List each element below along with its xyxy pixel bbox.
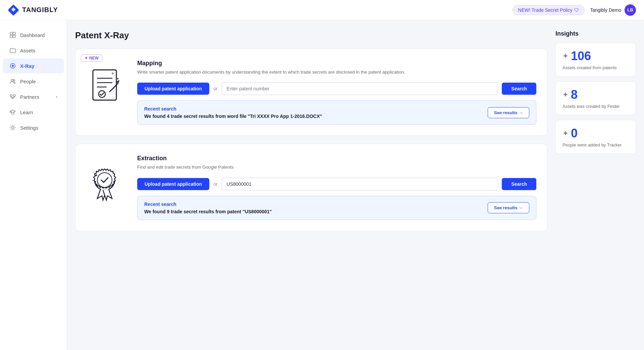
- extraction-recent-search: Recent search We found 9 trade secret re…: [137, 196, 536, 220]
- content-area: Patent X-Ray ✦ NEW: [75, 30, 547, 340]
- sidebar-label-partners: Partners: [20, 94, 39, 100]
- mapping-title: Mapping: [137, 60, 536, 67]
- sparkle-icon: ✦: [85, 56, 88, 60]
- mapping-or-text: or: [213, 86, 217, 91]
- chevron-right-icon: ›: [56, 94, 57, 99]
- partners-icon: [9, 93, 16, 100]
- user-name: Tangibly Demo: [590, 7, 621, 13]
- folder-icon: [9, 47, 16, 54]
- sidebar-label-people: People: [20, 79, 36, 84]
- topnav-right: NEW! Trade Secret Policy 🛡 Tangibly Demo…: [513, 4, 636, 16]
- svg-rect-4: [10, 35, 12, 38]
- extraction-recent-search-label: Recent search: [144, 202, 272, 207]
- sparkle-icon-0: ✦: [562, 52, 568, 60]
- extraction-description: Find and edit trade secrets from Google …: [137, 164, 536, 171]
- logo-icon: [8, 5, 19, 15]
- user-info: Tangibly Demo LB: [590, 4, 636, 16]
- extraction-body: Extraction Find and edit trade secrets f…: [137, 155, 536, 220]
- extraction-see-results-button[interactable]: See results →: [488, 202, 529, 213]
- insight-value-0: ✦ 106: [562, 49, 629, 63]
- svg-point-9: [13, 80, 15, 81]
- svg-rect-2: [10, 32, 12, 35]
- extraction-or-text: or: [213, 181, 217, 187]
- insight-card-2: ✦ 0 People were added by Tracker: [555, 120, 636, 154]
- new-badge: ✦ NEW: [81, 54, 102, 62]
- mapping-see-results-button[interactable]: See results →: [488, 107, 529, 118]
- sidebar-item-people[interactable]: People: [3, 74, 64, 89]
- people-icon: [9, 78, 16, 85]
- extraction-card: ✦ + + Extraction Find and edit trade sec…: [75, 144, 547, 231]
- svg-point-13: [12, 127, 14, 129]
- sidebar-label-dashboard: Dashboard: [20, 32, 45, 38]
- svg-point-8: [11, 79, 13, 81]
- logo-text: TANGIBLY: [22, 6, 58, 14]
- insight-value-2: ✦ 0: [562, 126, 629, 140]
- svg-point-12: [12, 97, 13, 99]
- mapping-recent-search-text: We found 4 trade secret results from wor…: [144, 114, 322, 119]
- mapping-description: Write smarter patent application documen…: [137, 69, 536, 76]
- extraction-action-row: Upload patent application or Search: [137, 178, 536, 190]
- insight-label-0: Assets created from patents: [562, 65, 629, 70]
- extraction-patent-input[interactable]: [222, 178, 498, 190]
- mapping-body: Mapping Write smarter patent application…: [137, 60, 536, 125]
- mapping-illustration: + ✦: [86, 67, 126, 110]
- insight-value-1: ✦ 8: [562, 88, 629, 102]
- insight-card-1: ✦ 8 Assets was created by Finder: [555, 81, 636, 115]
- extraction-title: Extraction: [137, 155, 536, 162]
- document-illustration: + ✦: [88, 67, 125, 110]
- sidebar-item-assets[interactable]: Assets: [3, 43, 64, 58]
- sidebar-label-xray: X-Ray: [20, 63, 35, 69]
- mapping-action-row: Upload patent application or Search: [137, 82, 536, 95]
- logo[interactable]: TANGIBLY: [8, 5, 58, 15]
- insight-card-0: ✦ 106 Assets created from patents: [555, 43, 636, 77]
- mapping-patent-input[interactable]: [222, 82, 498, 95]
- medal-illustration: ✦ + +: [88, 162, 125, 205]
- sidebar: Dashboard Assets X-Ray People: [0, 20, 67, 350]
- shield-icon: 🛡: [574, 7, 579, 13]
- trade-secret-badge[interactable]: NEW! Trade Secret Policy 🛡: [513, 5, 585, 15]
- mapping-card: ✦ NEW: [75, 49, 547, 136]
- insight-label-1: Assets was created by Finder: [562, 104, 629, 109]
- mapping-recent-search: Recent search We found 4 trade secret re…: [137, 100, 536, 125]
- sidebar-label-learn: Learn: [20, 110, 33, 115]
- insights-title: Insights: [555, 30, 636, 37]
- sidebar-item-partners[interactable]: Partners ›: [3, 89, 64, 104]
- learn-icon: [9, 109, 16, 116]
- topnav: TANGIBLY NEW! Trade Secret Policy 🛡 Tang…: [0, 0, 644, 20]
- mapping-recent-search-content: Recent search We found 4 trade secret re…: [144, 106, 322, 119]
- svg-text:+: +: [92, 179, 94, 182]
- settings-icon: [9, 124, 16, 131]
- extraction-upload-button[interactable]: Upload patent application: [137, 178, 209, 190]
- svg-text:+: +: [111, 71, 114, 76]
- sidebar-item-settings[interactable]: Settings: [3, 120, 64, 135]
- sidebar-item-learn[interactable]: Learn: [3, 105, 64, 120]
- grid-icon: [9, 32, 16, 38]
- insight-label-2: People were added by Tracker: [562, 142, 629, 147]
- svg-text:+: +: [95, 183, 97, 187]
- svg-text:✦: ✦: [116, 77, 119, 81]
- page-title: Patent X-Ray: [75, 30, 547, 41]
- svg-rect-3: [13, 32, 15, 35]
- sparkle-icon-1: ✦: [562, 91, 568, 99]
- sidebar-item-dashboard[interactable]: Dashboard: [3, 28, 64, 42]
- sidebar-label-assets: Assets: [20, 48, 35, 53]
- badge-text: NEW! Trade Secret Policy: [518, 7, 573, 13]
- avatar: LB: [625, 4, 636, 16]
- svg-text:✦: ✦: [95, 173, 98, 178]
- main-content: Patent X-Ray ✦ NEW: [67, 20, 644, 350]
- extraction-recent-search-content: Recent search We found 9 trade secret re…: [144, 202, 272, 214]
- mapping-search-button[interactable]: Search: [502, 83, 536, 95]
- mapping-upload-button[interactable]: Upload patent application: [137, 83, 209, 95]
- sparkle-icon-2: ✦: [562, 129, 568, 137]
- extraction-recent-search-text: We found 9 trade secret results from pat…: [144, 209, 272, 214]
- extraction-search-button[interactable]: Search: [502, 178, 536, 190]
- insights-panel: Insights ✦ 106 Assets created from paten…: [555, 30, 636, 340]
- sidebar-item-xray[interactable]: X-Ray: [3, 58, 64, 73]
- mapping-recent-search-label: Recent search: [144, 106, 322, 112]
- svg-point-23: [97, 173, 112, 187]
- layout: Dashboard Assets X-Ray People: [0, 0, 644, 350]
- svg-rect-5: [13, 35, 15, 38]
- sidebar-label-settings: Settings: [20, 125, 38, 131]
- extraction-illustration: ✦ + +: [86, 162, 126, 205]
- xray-icon: [9, 62, 16, 69]
